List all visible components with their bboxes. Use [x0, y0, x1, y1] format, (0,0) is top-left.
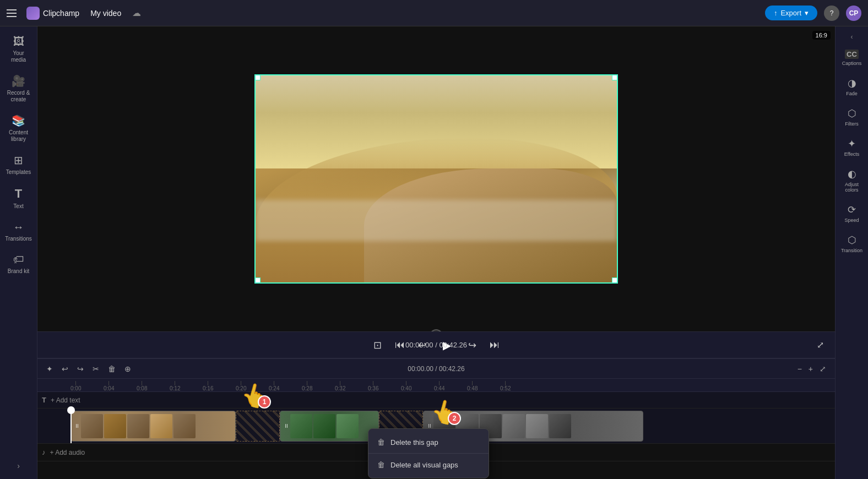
clip-1-inner: ⏸	[71, 411, 235, 441]
ruler-mark-16: 0:16	[203, 381, 213, 391]
skip-forward-button[interactable]: ⏭	[487, 337, 502, 353]
video-title-input[interactable]: My video	[86, 7, 126, 20]
right-sidebar-item-fade[interactable]: ◑ Fade	[838, 73, 866, 101]
sidebar-label-your-media: Your media	[6, 50, 32, 63]
cut-button[interactable]: ✂	[90, 362, 101, 375]
ruler-mark-12: 0:12	[170, 381, 180, 391]
brand-kit-icon: 🏷	[13, 253, 24, 266]
skip-back-button[interactable]: ⏮	[393, 337, 407, 353]
timeline-ruler: 0:00 0:04 0:08 0:12 0:16 0:20 0:24 0:28 …	[37, 379, 835, 392]
effects-icon: ✦	[848, 138, 856, 150]
center-panel: 16:9 ↻ ⊡ ⏮ ↩ ▶ ↪ ⏭ 00:00.00 / 00:42.26 ⤢…	[37, 26, 835, 479]
aspect-ratio-badge[interactable]: 16:9	[812, 31, 831, 40]
clip-thumb	[81, 414, 103, 438]
captions-icon: CC	[845, 50, 859, 59]
topbar-right: ↑ Export ▾ ? CP	[765, 6, 861, 21]
right-sidebar-item-effects[interactable]: ✦ Effects	[838, 133, 866, 161]
zoom-out-button[interactable]: −	[795, 362, 804, 375]
sidebar-item-your-media[interactable]: 🖼 Your media	[2, 31, 35, 68]
right-sidebar-collapse-button[interactable]: ‹	[849, 31, 855, 43]
fullscreen-button[interactable]: ⤢	[817, 340, 824, 350]
audio-track-icon: ♪	[42, 448, 46, 456]
sidebar-item-templates[interactable]: ⊞ Templates	[2, 149, 35, 180]
video-clip-2[interactable]: ⏸	[280, 411, 379, 442]
corner-handle-tl[interactable]	[255, 75, 261, 80]
fit-timeline-button[interactable]: ⤢	[817, 362, 828, 375]
sidebar-collapse-button[interactable]: ›	[17, 461, 20, 470]
clip-thumb	[290, 414, 312, 438]
ruler-mark-4: 0:04	[104, 381, 114, 391]
video-clip-1[interactable]: ⏸	[70, 411, 236, 442]
ruler-mark-24: 0:24	[269, 381, 279, 391]
corner-handle-tr[interactable]	[612, 75, 617, 80]
ruler-mark-8: 0:08	[137, 381, 147, 391]
ruler-mark-20: 0:20	[236, 381, 246, 391]
right-sidebar-label-speed: Speed	[844, 217, 859, 223]
transitions-icon: ↔	[13, 221, 24, 233]
subtitle-toggle-button[interactable]: ⊡	[371, 337, 384, 353]
sidebar-item-record-create[interactable]: 🎥 Record & create	[2, 70, 35, 107]
ruler-mark-44: 0:44	[434, 381, 444, 391]
gap-area-1[interactable]	[236, 411, 280, 442]
text-track-icon: T	[42, 396, 46, 404]
zoom-in-button[interactable]: +	[806, 362, 815, 375]
export-button[interactable]: ↑ Export ▾	[765, 6, 817, 20]
sidebar-item-content-library[interactable]: 📚 Content library	[2, 110, 35, 147]
right-sidebar-item-speed[interactable]: ⟳ Speed	[838, 199, 866, 227]
hamburger-menu[interactable]	[7, 7, 20, 20]
playhead	[70, 409, 72, 443]
ctx-delete-gap[interactable]: 🗑 Delete this gap	[368, 432, 489, 452]
right-sidebar-item-transition[interactable]: ⬡ Transition	[838, 230, 866, 258]
mist-layer	[256, 200, 617, 241]
avatar[interactable]: CP	[846, 6, 861, 21]
add-audio-button[interactable]: + Add audio	[50, 449, 85, 456]
delete-gap-icon: 🗑	[377, 438, 385, 447]
playback-controls: ⊡ ⏮ ↩ ▶ ↪ ⏭ 00:00.00 / 00:42.26 ⤢	[37, 331, 835, 358]
redo-button[interactable]: ↪	[75, 362, 86, 375]
add-to-timeline-button[interactable]: ⊕	[122, 362, 133, 375]
text-track-row: T + Add text	[37, 392, 835, 409]
add-text-button[interactable]: + Add text	[51, 396, 80, 404]
right-sidebar-label-captions: Captions	[842, 61, 862, 66]
sidebar-item-brand-kit[interactable]: 🏷 Brand kit	[2, 249, 35, 279]
timeline-zoom-controls: − + ⤢	[795, 362, 828, 375]
right-sidebar-item-captions[interactable]: CC Captions	[838, 45, 866, 70]
clip-1-pause-icon: ⏸	[74, 423, 81, 429]
help-button[interactable]: ?	[824, 6, 839, 21]
clip-2-pause-icon: ⏸	[284, 423, 290, 429]
right-sidebar-item-filters[interactable]: ⬡ Filters	[838, 103, 866, 131]
ruler-mark-0: 0:00	[70, 381, 81, 391]
undo-button[interactable]: ↩	[59, 362, 70, 375]
right-sidebar-item-adjust-colors[interactable]: ◐ Adjust colors	[838, 164, 866, 197]
corner-handle-bl[interactable]	[255, 277, 261, 283]
right-sidebar-label-adjust-colors: Adjust colors	[840, 182, 864, 193]
delete-button[interactable]: 🗑	[106, 362, 118, 375]
magic-edit-button[interactable]: ✦	[44, 362, 55, 375]
sidebar-label-brand-kit: Brand kit	[8, 268, 29, 275]
ruler-mark-52: 0:52	[500, 381, 511, 391]
export-chevron: ▾	[805, 9, 809, 17]
ctx-delete-all-gaps[interactable]: 🗑 Delete all visual gaps	[368, 455, 489, 475]
templates-icon: ⊞	[14, 154, 23, 167]
filters-icon: ⬡	[848, 107, 856, 119]
ctx-delete-all-gaps-label: Delete all visual gaps	[390, 461, 458, 469]
export-icon: ↑	[774, 9, 778, 17]
sidebar-label-transitions: Transitions	[5, 236, 32, 242]
sidebar-item-transitions[interactable]: ↔ Transitions	[2, 216, 35, 247]
sidebar-label-record-create: Record & create	[6, 90, 32, 103]
right-sidebar: ‹ CC Captions ◑ Fade ⬡ Filters ✦ Effects…	[835, 26, 868, 479]
ruler-mark-48: 0:48	[467, 381, 478, 391]
forward-5-button[interactable]: ↪	[466, 337, 479, 353]
corner-handle-br[interactable]	[612, 277, 617, 283]
text-icon: T	[15, 187, 22, 201]
timeline-toolbar: ✦ ↩ ↪ ✂ 🗑 ⊕ 00:00.00 / 00:42.26 − + ⤢	[37, 359, 835, 379]
cloud-save-icon[interactable]: ☁	[132, 8, 141, 18]
clip-1-thumbnails	[81, 413, 232, 439]
right-sidebar-label-effects: Effects	[844, 151, 859, 157]
ctx-separator	[368, 453, 489, 454]
clip-thumb	[526, 414, 548, 438]
clip-thumb	[104, 414, 126, 438]
sidebar-item-text[interactable]: T Text	[2, 182, 35, 214]
preview-video	[256, 75, 617, 282]
clip-thumb	[503, 414, 525, 438]
